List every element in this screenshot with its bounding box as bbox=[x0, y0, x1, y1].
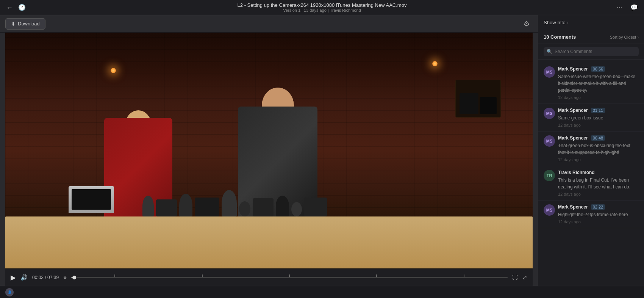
video-subtitle: Version 1 | 13 days ago | Travis Richmon… bbox=[283, 8, 361, 13]
comment-author: Mark Spencer bbox=[558, 135, 588, 141]
comment-item: MSMark Spencer01:11Same green box issue1… bbox=[538, 104, 644, 132]
back-button[interactable]: ← bbox=[5, 3, 14, 13]
comment-age: 12 days ago bbox=[558, 95, 639, 100]
comment-item: MSMark Spencer02:22Highlight the 24fps f… bbox=[538, 201, 644, 228]
comment-body: Mark Spencer00:48That green box is obscu… bbox=[558, 135, 639, 162]
sort-label: Sort by Oldest bbox=[610, 35, 636, 39]
comment-body: Travis RichmondThis is a bug in Final Cu… bbox=[558, 170, 639, 196]
comment-text: Same green box issue bbox=[558, 114, 639, 121]
more-icon[interactable]: ⋯ bbox=[615, 2, 624, 13]
comment-meta: Mark Spencer02:22 bbox=[558, 204, 639, 210]
comment-text: This is a bug in Final Cut. I've been de… bbox=[558, 177, 639, 190]
clock-icon: 🕐 bbox=[18, 4, 26, 11]
comment-author: Mark Spencer bbox=[558, 108, 588, 113]
show-info-label: Show Info bbox=[544, 20, 566, 25]
shelf bbox=[455, 80, 501, 118]
timeline-markers bbox=[71, 274, 508, 277]
comment-time-badge[interactable]: 02:22 bbox=[591, 204, 605, 210]
top-bar-left: ← 🕐 bbox=[5, 3, 26, 13]
search-comments-area: 🔍 bbox=[538, 44, 644, 60]
main-content: ⬇ Download ⚙ bbox=[0, 15, 644, 286]
fullscreen-button[interactable]: ⛶ bbox=[512, 274, 518, 281]
comments-list: MSMark Spencer00:56Same issue with the g… bbox=[538, 60, 644, 286]
time-jump-button[interactable]: ⊕ bbox=[63, 275, 67, 280]
bottom-avatar: 👤 bbox=[5, 288, 14, 296]
comment-body: Mark Spencer02:22Highlight the 24fps fra… bbox=[558, 204, 639, 224]
video-controls: ▶ 🔊 00:03 / 07:39 ⊕ bbox=[5, 268, 533, 286]
bottom-bar: 👤 bbox=[0, 286, 644, 298]
search-input-wrap: 🔍 bbox=[544, 47, 639, 56]
laptop bbox=[69, 190, 114, 216]
comment-text: Highlight the 24fps frame rate here bbox=[558, 211, 639, 218]
avatar: MS bbox=[544, 66, 555, 78]
show-info-button[interactable]: Show Info › bbox=[544, 20, 568, 25]
download-icon: ⬇ bbox=[11, 21, 16, 27]
comment-author: Mark Spencer bbox=[558, 204, 588, 210]
sort-chevron-icon: › bbox=[637, 35, 639, 39]
search-icon: 🔍 bbox=[547, 49, 552, 54]
comments-header: 10 Comments Sort by Oldest › bbox=[538, 30, 644, 44]
comment-meta: Mark Spencer01:11 bbox=[558, 108, 639, 113]
zoom-button[interactable]: ⤢ bbox=[522, 274, 527, 281]
settings-button[interactable]: ⚙ bbox=[521, 18, 533, 30]
video-title: L2 - Setting up the Camera-x264 1920x108… bbox=[238, 2, 407, 8]
play-icon: ▶ bbox=[11, 274, 16, 281]
total-time: 07:39 bbox=[47, 275, 59, 280]
download-label: Download bbox=[18, 21, 40, 27]
gear-icon: ⚙ bbox=[524, 20, 530, 28]
video-player[interactable] bbox=[5, 33, 533, 268]
time-display: 00:03 / 07:39 bbox=[32, 275, 59, 280]
comment-item: TRTravis RichmondThis is a bug in Final … bbox=[538, 166, 644, 201]
search-input[interactable] bbox=[555, 49, 636, 54]
comment-time-badge[interactable]: 01:11 bbox=[591, 108, 605, 113]
video-area: ⬇ Download ⚙ bbox=[0, 15, 538, 286]
avatar: MS bbox=[544, 135, 555, 147]
video-toolbar: ⬇ Download ⚙ bbox=[0, 15, 538, 33]
light-left bbox=[111, 68, 116, 73]
timeline-handle[interactable] bbox=[72, 276, 76, 279]
timeline-marker bbox=[289, 274, 290, 277]
comment-text: That green box is obscuring the text tha… bbox=[558, 142, 639, 156]
comment-meta: Mark Spencer00:56 bbox=[558, 66, 639, 72]
light-right bbox=[432, 61, 438, 66]
top-bar-center: L2 - Setting up the Camera-x264 1920x108… bbox=[238, 2, 407, 13]
timeline[interactable] bbox=[71, 277, 508, 278]
avatar: TR bbox=[544, 170, 555, 181]
timeline-marker bbox=[202, 274, 203, 277]
comment-age: 12 days ago bbox=[558, 157, 639, 162]
equipment bbox=[142, 190, 327, 216]
comment-time-badge[interactable]: 00:56 bbox=[591, 66, 605, 72]
comment-item: MSMark Spencer00:56Same issue with the g… bbox=[538, 63, 644, 104]
sort-button[interactable]: Sort by Oldest › bbox=[610, 35, 639, 39]
comment-time-badge[interactable]: 00:48 bbox=[591, 135, 605, 141]
chat-button[interactable]: 💬 bbox=[629, 2, 639, 13]
comment-author: Travis Richmond bbox=[558, 170, 595, 175]
volume-button[interactable]: 🔊 bbox=[20, 274, 28, 281]
comment-text: Same issue with the green box - make it … bbox=[558, 73, 639, 94]
play-button[interactable]: ▶ bbox=[11, 273, 16, 282]
avatar: MS bbox=[544, 204, 555, 216]
volume-icon: 🔊 bbox=[20, 274, 28, 281]
comment-meta: Travis Richmond bbox=[558, 170, 639, 175]
sidebar: Show Info › 10 Comments Sort by Oldest ›… bbox=[538, 15, 644, 286]
chevron-icon: › bbox=[567, 20, 568, 25]
comment-item: MSMark Spencer00:48That green box is obs… bbox=[538, 132, 644, 166]
current-time: 00:03 bbox=[32, 275, 44, 280]
top-bar: ← 🕐 L2 - Setting up the Camera-x264 1920… bbox=[0, 0, 644, 15]
top-bar-right: ⋯ 💬 bbox=[615, 2, 639, 13]
table bbox=[5, 216, 533, 268]
avatar: MS bbox=[544, 108, 555, 119]
comments-count: 10 Comments bbox=[544, 34, 576, 40]
video-background bbox=[5, 33, 533, 268]
comment-body: Mark Spencer00:56Same issue with the gre… bbox=[558, 66, 639, 100]
timeline-marker bbox=[464, 274, 464, 277]
timeline-marker bbox=[114, 274, 115, 277]
comment-age: 12 days ago bbox=[558, 220, 639, 224]
timeline-marker bbox=[376, 274, 377, 277]
comment-age: 12 days ago bbox=[558, 123, 639, 127]
comment-body: Mark Spencer01:11Same green box issue12 … bbox=[558, 108, 639, 127]
sidebar-header: Show Info › bbox=[538, 15, 644, 30]
comment-author: Mark Spencer bbox=[558, 66, 588, 72]
download-button[interactable]: ⬇ Download bbox=[5, 18, 45, 30]
comment-meta: Mark Spencer00:48 bbox=[558, 135, 639, 141]
